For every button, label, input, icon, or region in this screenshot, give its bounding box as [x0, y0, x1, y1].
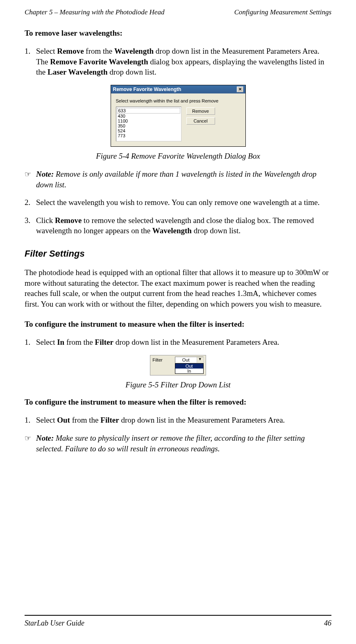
- dialog-title-text: Remove Favorite Wavelength: [113, 86, 181, 92]
- filter-dropdown-widget: Filter Out ▼ Out In: [150, 355, 206, 375]
- figure-5-4-caption: Figure 5-4 Remove Favorite Wavelength Di…: [25, 152, 331, 161]
- step-text: Click Remove to remove the selected wave…: [36, 215, 331, 236]
- page-footer: StarLab User Guide 46: [25, 615, 331, 628]
- list-item[interactable]: 430: [117, 114, 180, 118]
- dropdown-widget: Out ▼ Out In: [175, 357, 204, 374]
- list-item[interactable]: 773: [117, 133, 180, 138]
- dropdown-value: Out: [175, 357, 197, 363]
- list-item[interactable]: 524: [117, 128, 180, 133]
- step-number: 1.: [25, 415, 36, 426]
- filter-label: Filter: [152, 357, 162, 362]
- dialog-prompt: Select wavelength within the list and pr…: [116, 98, 240, 103]
- filter-step-out: 1. Select Out from the Filter drop down …: [25, 415, 331, 426]
- dialog-titlebar: Remove Favorite Wavelength ✕: [111, 85, 245, 93]
- dialog-body: Select wavelength within the list and pr…: [111, 93, 245, 146]
- remove-button[interactable]: Remove: [186, 107, 215, 115]
- figure-5-5-container: Filter Out ▼ Out In Figure 5-5 Filter Dr…: [25, 355, 331, 389]
- dropdown-option-out[interactable]: Out: [175, 364, 203, 369]
- step-3: 3. Click Remove to remove the selected w…: [25, 215, 331, 236]
- figure-5-5-caption: Figure 5-5 Filter Drop Down List: [25, 380, 331, 389]
- step-number: 1.: [25, 46, 36, 77]
- step-text: Select Out from the Filter drop down lis…: [36, 415, 331, 426]
- close-icon[interactable]: ✕: [237, 86, 243, 92]
- remove-lead: To remove laser wavelengths:: [25, 29, 331, 38]
- filter-step-in: 1. Select In from the Filter drop down l…: [25, 337, 331, 348]
- dropdown-option-in[interactable]: In: [175, 369, 203, 373]
- page-content: To remove laser wavelengths: 1. Select R…: [25, 29, 331, 615]
- note-text: Note: Make sure to physically insert or …: [36, 433, 331, 454]
- filter-settings-heading: Filter Settings: [25, 248, 331, 259]
- cancel-button[interactable]: Cancel: [186, 117, 215, 125]
- filter-removed-lead: To configure the instrument to measure w…: [25, 398, 331, 407]
- list-item[interactable]: 633: [117, 108, 180, 114]
- hand-icon: ☞: [25, 169, 36, 190]
- step-2: 2. Select the wavelength you wish to rem…: [25, 197, 331, 208]
- step-number: 1.: [25, 337, 36, 348]
- filter-paragraph: The photodiode head is equipped with an …: [25, 267, 331, 309]
- figure-5-4-container: Remove Favorite Wavelength ✕ Select wave…: [25, 85, 331, 161]
- step-1: 1. Select Remove from the Wavelength dro…: [25, 46, 331, 77]
- dialog-buttons: Remove Cancel: [186, 107, 215, 141]
- step-text: Select In from the Filter drop down list…: [36, 337, 331, 348]
- header-right: Configuring Measurement Settings: [234, 8, 331, 16]
- wavelength-listbox[interactable]: 633 430 1100 350 524 773: [116, 107, 181, 141]
- page-header: Chapter 5 – Measuring with the Photodiod…: [25, 8, 331, 16]
- dialog-content-row: 633 430 1100 350 524 773 Remove Cancel: [116, 107, 240, 141]
- footer-right: 46: [324, 619, 331, 628]
- note-text: Note: Remove is only available if more t…: [36, 169, 331, 190]
- step-number: 3.: [25, 215, 36, 236]
- dropdown-list: Out In: [175, 363, 204, 374]
- note-2: ☞ Note: Make sure to physically insert o…: [25, 433, 331, 454]
- step-text: Select the wavelength you wish to remove…: [36, 197, 331, 208]
- step-number: 2.: [25, 197, 36, 208]
- filter-select[interactable]: Out ▼: [175, 357, 204, 363]
- hand-icon: ☞: [25, 433, 36, 454]
- remove-wavelength-dialog: Remove Favorite Wavelength ✕ Select wave…: [111, 85, 246, 147]
- header-left: Chapter 5 – Measuring with the Photodiod…: [25, 8, 164, 16]
- chevron-down-icon[interactable]: ▼: [197, 357, 203, 363]
- footer-left: StarLab User Guide: [25, 619, 84, 628]
- list-item[interactable]: 350: [117, 123, 180, 128]
- list-item[interactable]: 1100: [117, 118, 180, 123]
- filter-inserted-lead: To configure the instrument to measure w…: [25, 320, 331, 329]
- note-1: ☞ Note: Remove is only available if more…: [25, 169, 331, 190]
- step-text: Select Remove from the Wavelength drop d…: [36, 46, 331, 77]
